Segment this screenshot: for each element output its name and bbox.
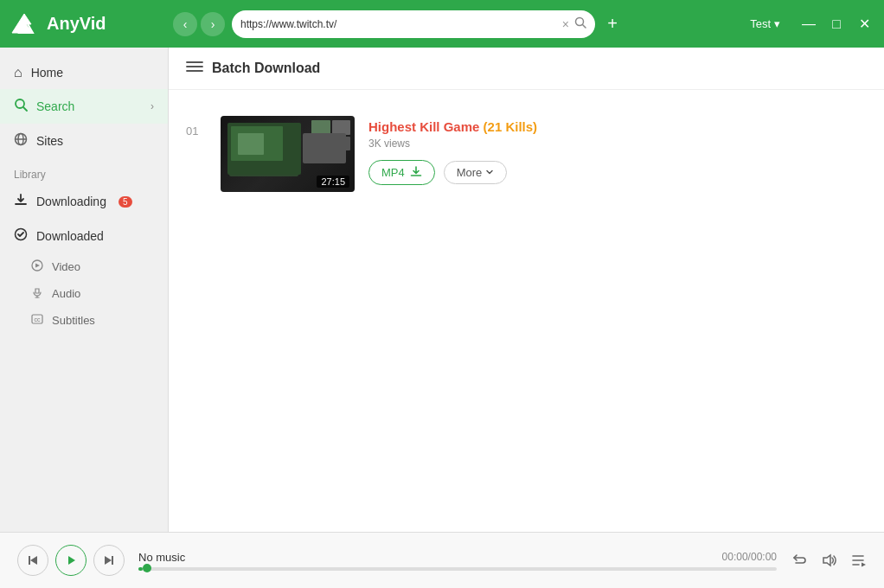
sidebar-downloading-label: Downloading — [36, 195, 106, 208]
address-bar: https://www.twitch.tv/ × — [232, 10, 595, 38]
sidebar-item-downloaded[interactable]: Downloaded — [0, 219, 168, 253]
title-kills-text: (21 Kills) — [484, 119, 538, 134]
svg-rect-25 — [112, 556, 113, 565]
home-icon: ⌂ — [14, 65, 22, 80]
nav-buttons: ‹ › — [173, 12, 225, 36]
svg-line-3 — [583, 25, 586, 29]
library-section-label: Library — [0, 158, 168, 184]
sidebar-search-label: Search — [36, 99, 74, 113]
svg-rect-22 — [29, 556, 30, 565]
mp4-download-button[interactable]: MP4 — [368, 160, 435, 185]
duration-badge: 27:15 — [317, 176, 349, 188]
user-menu[interactable]: Test ▾ — [750, 17, 780, 30]
sidebar-item-search[interactable]: Search › — [0, 89, 168, 124]
sidebar-video-label: Video — [52, 260, 80, 273]
content-area: Batch Download 01 — [169, 48, 884, 532]
window-controls: — □ ✕ — [798, 13, 875, 35]
svg-marker-23 — [68, 556, 75, 565]
search-icon[interactable] — [574, 16, 586, 31]
next-button[interactable] — [93, 545, 125, 576]
downloading-badge: 5 — [119, 196, 132, 208]
result-views: 3K views — [368, 137, 867, 150]
player-controls — [17, 545, 125, 576]
more-button[interactable]: More — [444, 161, 508, 184]
batch-download-icon — [186, 60, 203, 77]
content-body: 01 27:1 — [169, 90, 884, 532]
logo: AnyVid — [9, 9, 173, 40]
user-name: Test — [750, 17, 771, 30]
sidebar-subtitles-label: Subtitles — [52, 314, 95, 327]
result-actions: MP4 More — [368, 160, 867, 185]
player-progress-dot — [143, 564, 151, 572]
sidebar: ⌂ Home Search › Sites Lib — [0, 48, 169, 532]
new-tab-button[interactable]: + — [600, 12, 625, 36]
volume-button[interactable] — [820, 552, 837, 569]
svg-marker-12 — [35, 264, 40, 268]
result-item: 01 27:1 — [186, 107, 867, 201]
tab-close-icon[interactable]: × — [562, 17, 569, 31]
video-thumbnail[interactable]: 27:15 — [221, 116, 355, 192]
titlebar: AnyVid ‹ › https://www.twitch.tv/ × + Te… — [0, 0, 884, 48]
search-arrow-icon: › — [151, 100, 154, 112]
back-button[interactable]: ‹ — [173, 12, 197, 36]
repeat-button[interactable] — [791, 552, 808, 569]
sidebar-item-downloading[interactable]: Downloading 5 — [0, 184, 168, 219]
app-name: AnyVid — [47, 14, 106, 34]
sidebar-item-home[interactable]: ⌂ Home — [0, 56, 168, 89]
title-main-text: Highest Kill Game — [368, 119, 479, 134]
sidebar-item-audio[interactable]: Audio — [0, 280, 168, 307]
svg-marker-24 — [105, 556, 112, 565]
svg-marker-0 — [12, 14, 33, 33]
queue-button[interactable] — [849, 552, 867, 569]
svg-marker-30 — [862, 563, 866, 567]
play-button[interactable] — [55, 545, 86, 576]
logo-icon — [9, 9, 40, 40]
player-info: No music 00:00/00:00 — [138, 551, 777, 571]
player-time: 00:00/00:00 — [722, 551, 777, 563]
result-title: Highest Kill Game (21 Kills) — [368, 119, 867, 134]
more-arrow-icon — [485, 166, 494, 179]
maximize-button[interactable]: □ — [825, 13, 848, 35]
search-sidebar-icon — [14, 98, 28, 115]
player-song-title: No music — [138, 551, 185, 564]
sites-icon — [14, 132, 28, 150]
user-arrow-icon: ▾ — [774, 17, 780, 30]
prev-button[interactable] — [17, 545, 48, 576]
svg-marker-21 — [30, 556, 37, 565]
url-text: https://www.twitch.tv/ — [240, 18, 557, 30]
content-header: Batch Download — [169, 48, 884, 90]
result-number: 01 — [186, 116, 207, 137]
close-button[interactable]: ✕ — [853, 13, 875, 35]
svg-text:CC: CC — [35, 317, 42, 323]
forward-button[interactable]: › — [201, 12, 225, 36]
sidebar-audio-label: Audio — [52, 287, 80, 300]
sidebar-item-video[interactable]: Video — [0, 253, 168, 280]
video-icon — [31, 259, 43, 274]
sidebar-item-sites[interactable]: Sites — [0, 124, 168, 158]
downloaded-icon — [14, 227, 28, 245]
player-bar: No music 00:00/00:00 — [0, 532, 884, 588]
sidebar-home-label: Home — [31, 66, 63, 80]
player-progress-bar[interactable] — [138, 567, 777, 571]
page-title: Batch Download — [212, 61, 320, 76]
svg-marker-26 — [823, 555, 830, 566]
player-title-row: No music 00:00/00:00 — [138, 551, 777, 564]
main-layout: ⌂ Home Search › Sites Lib — [0, 48, 884, 532]
sidebar-sites-label: Sites — [36, 134, 63, 148]
mp4-label: MP4 — [381, 166, 405, 179]
result-info: Highest Kill Game (21 Kills) 3K views MP… — [368, 116, 867, 185]
player-right-controls — [791, 552, 867, 569]
more-label: More — [457, 166, 483, 179]
audio-icon — [31, 286, 43, 301]
sidebar-item-subtitles[interactable]: CC Subtitles — [0, 307, 168, 334]
download-icon — [410, 165, 422, 180]
sidebar-downloaded-label: Downloaded — [36, 229, 104, 243]
minimize-button[interactable]: — — [798, 13, 820, 35]
svg-line-5 — [23, 107, 27, 111]
subtitles-icon: CC — [31, 313, 43, 328]
downloading-icon — [14, 193, 28, 210]
